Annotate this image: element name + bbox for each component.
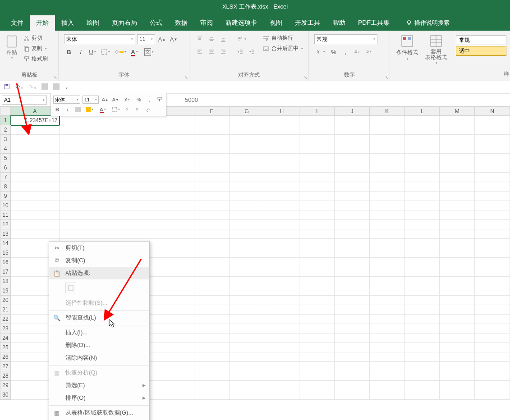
cell[interactable] (440, 116, 475, 125)
cell[interactable] (230, 248, 265, 258)
cell[interactable] (11, 125, 60, 135)
cell[interactable] (264, 258, 299, 267)
cell[interactable] (405, 277, 440, 286)
tab-home[interactable]: 开始 (30, 15, 55, 31)
cell[interactable] (299, 135, 335, 144)
paste-option-default[interactable] (65, 283, 76, 293)
cell[interactable] (405, 182, 440, 192)
cell[interactable] (264, 201, 299, 210)
cell[interactable] (299, 286, 335, 296)
cell[interactable] (60, 173, 194, 182)
qat-button-2[interactable] (53, 83, 60, 91)
cell[interactable] (405, 173, 440, 182)
cell[interactable] (299, 116, 335, 125)
cell[interactable] (264, 362, 299, 371)
cell[interactable] (475, 248, 510, 258)
col-header-L[interactable]: L (405, 106, 440, 116)
cell[interactable] (440, 144, 475, 154)
cell[interactable] (230, 286, 265, 296)
align-middle-button[interactable] (207, 34, 216, 44)
cell[interactable] (194, 192, 230, 201)
menu-sort[interactable]: 排序(O) ▶ (49, 392, 149, 404)
menu-clear-contents[interactable]: 清除内容(N) (49, 352, 149, 364)
cell[interactable] (299, 343, 335, 352)
cell[interactable] (11, 220, 60, 229)
cell-style-good[interactable]: 适中 (456, 46, 506, 56)
cell[interactable] (405, 116, 440, 125)
cell[interactable] (475, 258, 510, 267)
bold-button[interactable]: B (64, 47, 74, 57)
cell[interactable] (335, 163, 370, 173)
cell[interactable] (370, 220, 405, 229)
row-header-16[interactable]: 16 (0, 258, 11, 267)
cell[interactable] (440, 296, 475, 305)
cell[interactable] (335, 173, 370, 182)
cell[interactable] (370, 182, 405, 192)
cell[interactable] (11, 144, 60, 154)
col-header-M[interactable]: M (440, 106, 475, 116)
mini-border[interactable]: ▾ (110, 105, 121, 114)
cell[interactable] (230, 381, 265, 390)
align-center-button[interactable] (207, 47, 216, 57)
cell[interactable] (264, 343, 299, 352)
undo-button[interactable]: ↶▾ (15, 84, 23, 91)
cell[interactable] (440, 362, 475, 371)
cell[interactable] (440, 305, 475, 315)
cell[interactable] (370, 390, 405, 400)
cell[interactable] (370, 135, 405, 144)
cell[interactable] (405, 352, 440, 362)
row-header-19[interactable]: 19 (0, 286, 11, 296)
cell[interactable] (194, 258, 230, 267)
cell[interactable] (440, 286, 475, 296)
mini-decrease-font[interactable]: A▼ (111, 96, 119, 104)
cell[interactable] (405, 248, 440, 258)
cell[interactable] (335, 258, 370, 267)
row-header-25[interactable]: 25 (0, 343, 11, 352)
cell[interactable] (335, 371, 370, 381)
cell[interactable] (11, 229, 60, 239)
cell[interactable] (264, 229, 299, 239)
cell[interactable] (405, 343, 440, 352)
cell[interactable] (264, 239, 299, 248)
cell[interactable] (230, 343, 265, 352)
cell[interactable] (475, 333, 510, 343)
align-bottom-button[interactable] (218, 34, 228, 44)
cell[interactable] (194, 286, 230, 296)
cell[interactable] (264, 352, 299, 362)
cell[interactable] (299, 201, 335, 210)
cell[interactable] (194, 210, 230, 220)
cell[interactable] (405, 305, 440, 315)
menu-filter[interactable]: 筛选(E) ▶ (49, 379, 149, 392)
tab-developer[interactable]: 开发工具 (289, 15, 326, 31)
cell[interactable] (194, 220, 230, 229)
decrease-indent-button[interactable] (235, 47, 245, 57)
cell[interactable] (475, 362, 510, 371)
cell[interactable] (370, 163, 405, 173)
row-header-10[interactable]: 10 (0, 201, 11, 210)
cell[interactable] (370, 267, 405, 277)
cell[interactable] (230, 352, 265, 362)
cell[interactable] (475, 229, 510, 239)
row-header-26[interactable]: 26 (0, 352, 11, 362)
cell[interactable] (230, 229, 265, 239)
row-header-9[interactable]: 9 (0, 192, 11, 201)
row-header-4[interactable]: 4 (0, 144, 11, 154)
mini-italic[interactable]: I (64, 105, 72, 114)
align-left-button[interactable] (195, 47, 205, 57)
fill-color-button[interactable]: ▾ (114, 47, 126, 57)
cell[interactable] (475, 154, 510, 163)
cell[interactable] (335, 343, 370, 352)
cell[interactable] (299, 154, 335, 163)
cell[interactable] (60, 163, 194, 173)
tab-formulas[interactable]: 公式 (143, 15, 169, 31)
cell[interactable] (475, 277, 510, 286)
cell[interactable] (194, 125, 230, 135)
cell[interactable] (194, 333, 230, 343)
cell[interactable] (335, 333, 370, 343)
wrap-text-button[interactable]: 自动换行 (262, 34, 303, 42)
cell[interactable] (370, 258, 405, 267)
cell[interactable] (405, 201, 440, 210)
cell[interactable] (475, 182, 510, 192)
cell[interactable] (440, 343, 475, 352)
cell[interactable] (194, 277, 230, 286)
